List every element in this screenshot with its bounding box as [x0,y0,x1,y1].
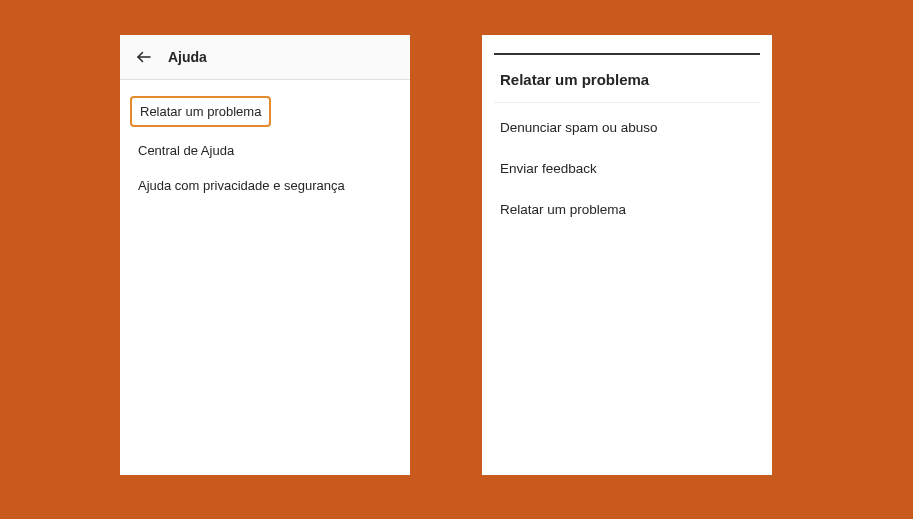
dialog-title: Relatar um problema [500,71,754,88]
report-inner: Relatar um problema Denunciar spam ou ab… [482,35,772,234]
menu-item-report-problem[interactable]: Relatar um problema [130,96,271,127]
report-options-list: Denunciar spam ou abuso Enviar feedback … [494,103,760,234]
option-send-feedback[interactable]: Enviar feedback [494,148,760,189]
dialog-header: Relatar um problema [494,53,760,103]
menu-item-privacy-security-help[interactable]: Ajuda com privacidade e segurança [120,168,410,203]
back-arrow-icon[interactable] [134,47,154,67]
list-item-wrap: Relatar um problema [120,90,410,133]
help-menu-list: Relatar um problema Central de Ajuda Aju… [120,80,410,213]
page-title: Ajuda [168,49,207,65]
phone-screen-help: Ajuda Relatar um problema Central de Aju… [120,35,410,475]
option-report-problem[interactable]: Relatar um problema [494,189,760,230]
option-report-spam-abuse[interactable]: Denunciar spam ou abuso [494,107,760,148]
menu-item-help-center[interactable]: Central de Ajuda [120,133,410,168]
phone-screen-report: Relatar um problema Denunciar spam ou ab… [482,35,772,475]
header-bar: Ajuda [120,35,410,80]
